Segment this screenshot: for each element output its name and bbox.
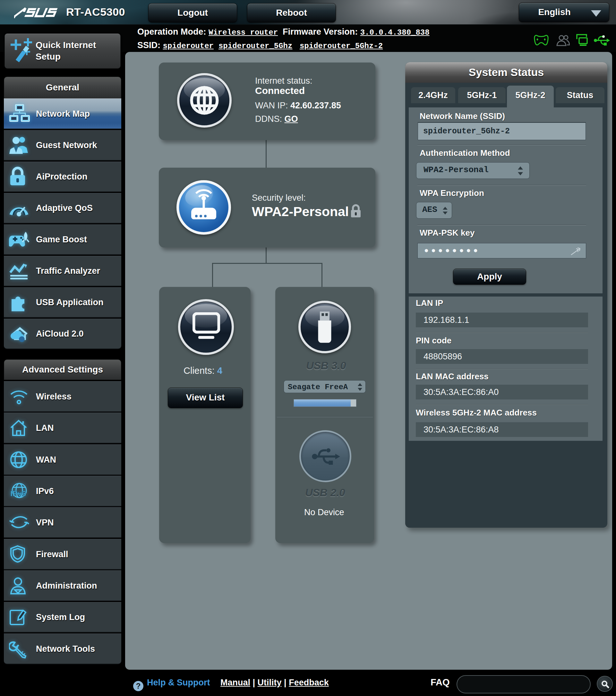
svg-text:IPv6: IPv6 [10, 489, 26, 498]
svg-text:?: ? [136, 682, 141, 690]
